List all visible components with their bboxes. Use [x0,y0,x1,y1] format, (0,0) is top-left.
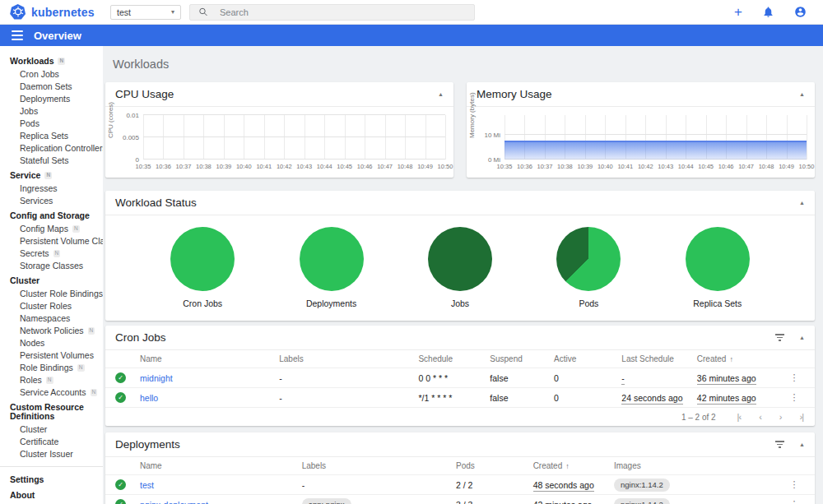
namespace-selector[interactable]: test ▾ [110,5,181,20]
x-tick-label: 10:35 [497,163,513,170]
sidebar-item-jobs[interactable]: Jobs [0,105,103,118]
x-tick-label: 10:37 [537,163,553,170]
pie-chart[interactable] [428,227,492,291]
pie-chart[interactable] [556,227,621,291]
sidebar-item-ingresses[interactable]: Ingresses [0,183,103,195]
sidebar-item-secrets[interactable]: SecretsN [0,247,103,260]
collapse-icon[interactable]: ▲ [438,91,444,97]
filter-icon[interactable] [775,334,784,341]
x-tick-label: 10:41 [617,163,633,170]
cronjob-name-link[interactable]: midnight [140,373,279,383]
x-tick-label: 10:39 [216,163,231,170]
pie-chart[interactable] [300,227,364,291]
sidebar-item-daemon-sets[interactable]: Daemon Sets [0,81,103,93]
x-tick-label: 10:47 [738,163,754,170]
toolbar-title: Overview [34,30,81,42]
deployment-labels: - [302,480,456,490]
sidebar-section-about[interactable]: About [0,487,103,502]
column-header-active[interactable]: Active [554,354,621,363]
header-actions: + [734,5,807,19]
sidebar-item-namespaces[interactable]: Namespaces [0,312,103,325]
last-page-icon[interactable]: ›| [799,412,803,422]
sidebar-item-config-maps[interactable]: Config MapsN [0,223,103,235]
row-menu-icon[interactable]: ⋮ [789,372,798,383]
table-row[interactable]: ✓ test - 2 / 2 48 seconds ago nginx:1.14… [105,475,815,495]
search-input[interactable] [220,7,466,17]
column-header-last-schedule[interactable]: Last Schedule [621,354,696,363]
pie-chart[interactable] [170,227,235,291]
column-header-pods[interactable]: Pods [456,461,533,470]
sidebar-section-settings[interactable]: Settings [0,471,103,487]
namespaced-badge: N [46,377,53,384]
sidebar-item-persistent-volumes[interactable]: Persistent Volumes [0,349,103,362]
sidebar-item-cluster-roles[interactable]: Cluster Roles [0,300,103,312]
sidebar-item-service-accounts[interactable]: Service AccountsN [0,386,103,399]
sidebar-item-cluster-issuer[interactable]: Cluster Issuer [0,448,103,460]
sidebar-item-label: Secrets [20,249,49,258]
collapse-icon[interactable]: ▲ [799,335,805,340]
cronjob-name-link[interactable]: hello [140,393,279,403]
table-row[interactable]: ✓ nginx-deployment app: nginx 3 / 3 42 m… [105,495,815,504]
column-header-labels[interactable]: Labels [302,461,456,470]
row-menu-icon[interactable]: ⋮ [789,392,798,403]
filter-icon[interactable] [775,441,784,448]
column-header-suspend[interactable]: Suspend [490,354,554,363]
user-menu-button[interactable] [794,6,807,18]
x-tick-label: 10:49 [417,163,433,170]
deployment-name-link[interactable]: nginx-deployment [140,500,302,504]
next-page-icon[interactable]: › [779,412,782,422]
sidebar-section-label: Cluster [10,276,40,285]
cron-jobs-header-row: Name Labels Schedule Suspend Active Last… [105,350,815,368]
sidebar-item-replication-controllers[interactable]: Replication Controllers [0,142,103,155]
table-row[interactable]: ✓ hello - */1 * * * * false 0 24 seconds… [105,388,815,408]
previous-page-icon[interactable]: ‹ [759,412,761,422]
cronjob-active: 0 [554,373,621,383]
sidebar-item-cluster-role-bindings[interactable]: Cluster Role Bindings [0,288,103,300]
first-page-icon[interactable]: |‹ [737,412,742,422]
x-tick-label: 10:48 [398,163,413,170]
column-header-name[interactable]: Name [140,354,279,363]
notifications-button[interactable] [762,6,774,18]
column-header-schedule[interactable]: Schedule [418,354,490,363]
collapse-icon[interactable]: ▲ [799,91,805,97]
column-header-name[interactable]: Name [140,461,302,470]
column-header-created[interactable]: Created ↑ [697,354,783,363]
sidebar-item-persistent-volume-claims[interactable]: Persistent Volume ClaimsN [0,235,103,247]
sidebar-item-deployments[interactable]: Deployments [0,93,103,105]
sidebar-item-roles[interactable]: RolesN [0,374,103,386]
column-header-created[interactable]: Created ↑ [533,461,614,470]
sidebar-item-network-policies[interactable]: Network PoliciesN [0,325,103,337]
create-resource-button[interactable]: + [734,5,742,19]
sidebar-item-label: Role Bindings [20,363,73,372]
sidebar-item-stateful-sets[interactable]: Stateful Sets [0,155,103,167]
gridline [807,115,807,160]
sidebar-item-cluster[interactable]: Cluster [0,423,103,436]
row-menu-icon[interactable]: ⋮ [790,479,799,490]
sidebar-item-certificate[interactable]: Certificate [0,436,103,448]
sidebar-item-replica-sets[interactable]: Replica Sets [0,130,103,142]
x-tick-label: 10:40 [236,163,252,170]
sidebar-item-role-bindings[interactable]: Role BindingsN [0,362,103,374]
cronjob-suspend: false [490,373,554,383]
kubernetes-logo[interactable]: kubernetes [10,4,102,21]
sidebar-item-services[interactable]: Services [0,195,103,207]
sidebar-item-nodes[interactable]: Nodes [0,337,103,349]
sidebar-section-service[interactable]: ServiceN [0,167,103,183]
deployment-name-link[interactable]: test [140,480,302,490]
row-menu-icon[interactable]: ⋮ [790,499,799,504]
sidebar-section-workloads[interactable]: WorkloadsN [0,53,103,68]
x-tick-label: 10:40 [597,163,613,170]
column-header-images[interactable]: Images [614,461,783,470]
column-header-labels[interactable]: Labels [279,354,418,363]
memory-usage-card: Memory Usage ▲ Memory (bytes) 0 Mi10 Mi … [467,82,815,178]
sidebar-item-storage-classes[interactable]: Storage Classes [0,260,103,272]
sidebar-item-pods[interactable]: Pods [0,118,103,130]
gridline [143,115,144,160]
pie-chart[interactable] [686,227,750,291]
collapse-icon[interactable]: ▲ [799,200,805,206]
table-row[interactable]: ✓ midnight - 0 0 * * * false 0 - 36 minu… [105,368,815,388]
collapse-icon[interactable]: ▲ [799,442,805,447]
sidebar-item-cron-jobs[interactable]: Cron Jobs [0,68,103,81]
search-bar[interactable] [189,4,475,21]
menu-icon[interactable] [12,30,23,40]
